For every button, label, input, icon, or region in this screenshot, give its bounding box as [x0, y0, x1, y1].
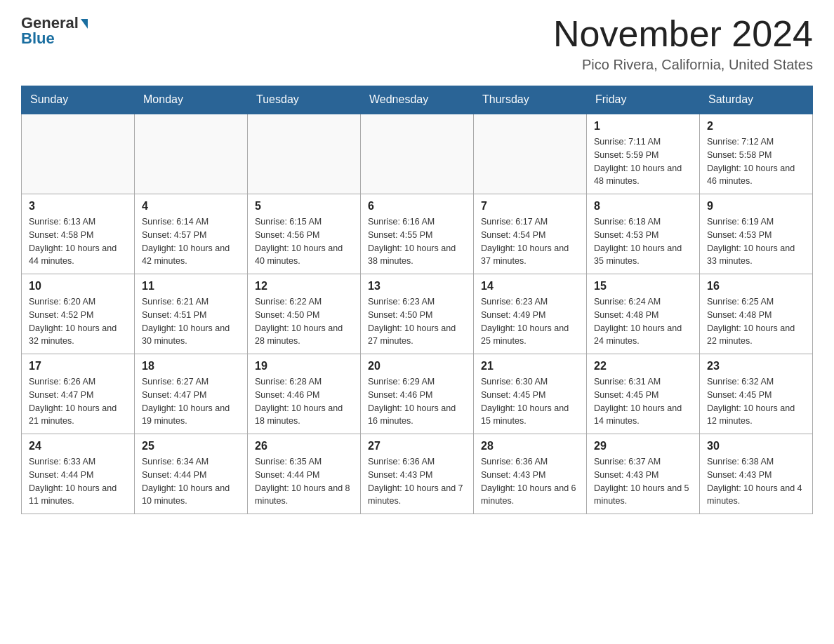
day-number: 4 — [142, 200, 240, 213]
location-subtitle: Pico Rivera, California, United States — [553, 57, 813, 73]
calendar-cell: 6Sunrise: 6:16 AMSunset: 4:55 PMDaylight… — [361, 194, 474, 274]
calendar-week-3: 10Sunrise: 6:20 AMSunset: 4:52 PMDayligh… — [22, 274, 813, 354]
day-info: Sunrise: 6:29 AMSunset: 4:46 PMDaylight:… — [368, 375, 466, 428]
day-number: 5 — [255, 200, 353, 213]
day-info: Sunrise: 6:28 AMSunset: 4:46 PMDaylight:… — [255, 375, 353, 428]
day-number: 2 — [707, 120, 805, 133]
calendar-cell: 8Sunrise: 6:18 AMSunset: 4:53 PMDaylight… — [587, 194, 700, 274]
day-number: 6 — [368, 200, 466, 213]
day-info: Sunrise: 6:21 AMSunset: 4:51 PMDaylight:… — [142, 295, 240, 348]
calendar-cell — [248, 114, 361, 194]
day-number: 20 — [368, 360, 466, 373]
header-sunday: Sunday — [22, 86, 135, 114]
calendar-cell: 7Sunrise: 6:17 AMSunset: 4:54 PMDaylight… — [474, 194, 587, 274]
logo-arrow-icon — [81, 19, 88, 29]
day-info: Sunrise: 6:38 AMSunset: 4:43 PMDaylight:… — [707, 455, 805, 508]
calendar-cell: 27Sunrise: 6:36 AMSunset: 4:43 PMDayligh… — [361, 434, 474, 514]
logo: General Blue — [21, 14, 88, 48]
calendar-cell: 23Sunrise: 6:32 AMSunset: 4:45 PMDayligh… — [700, 354, 813, 434]
day-number: 19 — [255, 360, 353, 373]
day-info: Sunrise: 6:37 AMSunset: 4:43 PMDaylight:… — [594, 455, 692, 508]
day-info: Sunrise: 6:22 AMSunset: 4:50 PMDaylight:… — [255, 295, 353, 348]
day-info: Sunrise: 6:30 AMSunset: 4:45 PMDaylight:… — [481, 375, 579, 428]
calendar-cell: 29Sunrise: 6:37 AMSunset: 4:43 PMDayligh… — [587, 434, 700, 514]
day-number: 17 — [29, 360, 127, 373]
day-number: 14 — [481, 280, 579, 293]
month-title: November 2024 — [553, 14, 813, 54]
calendar-cell: 19Sunrise: 6:28 AMSunset: 4:46 PMDayligh… — [248, 354, 361, 434]
calendar-cell: 21Sunrise: 6:30 AMSunset: 4:45 PMDayligh… — [474, 354, 587, 434]
calendar-cell: 9Sunrise: 6:19 AMSunset: 4:53 PMDaylight… — [700, 194, 813, 274]
day-number: 18 — [142, 360, 240, 373]
calendar-cell: 1Sunrise: 7:11 AMSunset: 5:59 PMDaylight… — [587, 114, 700, 194]
day-info: Sunrise: 6:20 AMSunset: 4:52 PMDaylight:… — [29, 295, 127, 348]
day-number: 30 — [707, 440, 805, 452]
calendar-cell: 4Sunrise: 6:14 AMSunset: 4:57 PMDaylight… — [135, 194, 248, 274]
day-number: 22 — [594, 360, 692, 373]
day-info: Sunrise: 6:23 AMSunset: 4:50 PMDaylight:… — [368, 295, 466, 348]
calendar-table: SundayMondayTuesdayWednesdayThursdayFrid… — [21, 86, 813, 514]
day-info: Sunrise: 6:24 AMSunset: 4:48 PMDaylight:… — [594, 295, 692, 348]
page-header: General Blue November 2024 Pico Rivera, … — [21, 14, 813, 73]
day-info: Sunrise: 6:27 AMSunset: 4:47 PMDaylight:… — [142, 375, 240, 428]
day-number: 16 — [707, 280, 805, 293]
calendar-cell: 11Sunrise: 6:21 AMSunset: 4:51 PMDayligh… — [135, 274, 248, 354]
day-info: Sunrise: 6:13 AMSunset: 4:58 PMDaylight:… — [29, 215, 127, 268]
day-info: Sunrise: 6:25 AMSunset: 4:48 PMDaylight:… — [707, 295, 805, 348]
calendar-week-1: 1Sunrise: 7:11 AMSunset: 5:59 PMDaylight… — [22, 114, 813, 194]
day-number: 15 — [594, 280, 692, 293]
day-number: 11 — [142, 280, 240, 293]
day-number: 25 — [142, 440, 240, 452]
day-number: 26 — [255, 440, 353, 452]
day-number: 3 — [29, 200, 127, 213]
logo-blue-label: Blue — [21, 29, 55, 48]
calendar-cell: 18Sunrise: 6:27 AMSunset: 4:47 PMDayligh… — [135, 354, 248, 434]
calendar-cell: 12Sunrise: 6:22 AMSunset: 4:50 PMDayligh… — [248, 274, 361, 354]
calendar-cell: 15Sunrise: 6:24 AMSunset: 4:48 PMDayligh… — [587, 274, 700, 354]
day-info: Sunrise: 6:14 AMSunset: 4:57 PMDaylight:… — [142, 215, 240, 268]
day-number: 7 — [481, 200, 579, 213]
title-area: November 2024 Pico Rivera, California, U… — [553, 14, 813, 73]
calendar-week-2: 3Sunrise: 6:13 AMSunset: 4:58 PMDaylight… — [22, 194, 813, 274]
day-info: Sunrise: 6:16 AMSunset: 4:55 PMDaylight:… — [368, 215, 466, 268]
day-number: 9 — [707, 200, 805, 213]
day-number: 24 — [29, 440, 127, 452]
calendar-cell: 2Sunrise: 7:12 AMSunset: 5:58 PMDaylight… — [700, 114, 813, 194]
calendar-cell: 30Sunrise: 6:38 AMSunset: 4:43 PMDayligh… — [700, 434, 813, 514]
calendar-cell — [22, 114, 135, 194]
calendar-cell — [135, 114, 248, 194]
calendar-cell: 17Sunrise: 6:26 AMSunset: 4:47 PMDayligh… — [22, 354, 135, 434]
day-number: 21 — [481, 360, 579, 373]
calendar-cell: 22Sunrise: 6:31 AMSunset: 4:45 PMDayligh… — [587, 354, 700, 434]
day-info: Sunrise: 6:33 AMSunset: 4:44 PMDaylight:… — [29, 455, 127, 508]
day-number: 8 — [594, 200, 692, 213]
calendar-cell: 13Sunrise: 6:23 AMSunset: 4:50 PMDayligh… — [361, 274, 474, 354]
calendar-cell: 25Sunrise: 6:34 AMSunset: 4:44 PMDayligh… — [135, 434, 248, 514]
day-info: Sunrise: 7:12 AMSunset: 5:58 PMDaylight:… — [707, 135, 805, 188]
calendar-cell: 14Sunrise: 6:23 AMSunset: 4:49 PMDayligh… — [474, 274, 587, 354]
day-info: Sunrise: 6:31 AMSunset: 4:45 PMDaylight:… — [594, 375, 692, 428]
header-friday: Friday — [587, 86, 700, 114]
day-info: Sunrise: 6:17 AMSunset: 4:54 PMDaylight:… — [481, 215, 579, 268]
day-number: 13 — [368, 280, 466, 293]
day-number: 12 — [255, 280, 353, 293]
calendar-cell: 16Sunrise: 6:25 AMSunset: 4:48 PMDayligh… — [700, 274, 813, 354]
header-thursday: Thursday — [474, 86, 587, 114]
day-info: Sunrise: 6:36 AMSunset: 4:43 PMDaylight:… — [481, 455, 579, 508]
calendar-cell: 5Sunrise: 6:15 AMSunset: 4:56 PMDaylight… — [248, 194, 361, 274]
day-info: Sunrise: 6:15 AMSunset: 4:56 PMDaylight:… — [255, 215, 353, 268]
calendar-cell — [474, 114, 587, 194]
day-info: Sunrise: 6:32 AMSunset: 4:45 PMDaylight:… — [707, 375, 805, 428]
calendar-cell: 3Sunrise: 6:13 AMSunset: 4:58 PMDaylight… — [22, 194, 135, 274]
header-wednesday: Wednesday — [361, 86, 474, 114]
header-tuesday: Tuesday — [248, 86, 361, 114]
day-number: 23 — [707, 360, 805, 373]
calendar-header-row: SundayMondayTuesdayWednesdayThursdayFrid… — [22, 86, 813, 114]
day-number: 28 — [481, 440, 579, 452]
day-info: Sunrise: 6:34 AMSunset: 4:44 PMDaylight:… — [142, 455, 240, 508]
day-info: Sunrise: 7:11 AMSunset: 5:59 PMDaylight:… — [594, 135, 692, 188]
day-number: 10 — [29, 280, 127, 293]
day-number: 27 — [368, 440, 466, 452]
day-info: Sunrise: 6:35 AMSunset: 4:44 PMDaylight:… — [255, 455, 353, 508]
calendar-cell — [361, 114, 474, 194]
